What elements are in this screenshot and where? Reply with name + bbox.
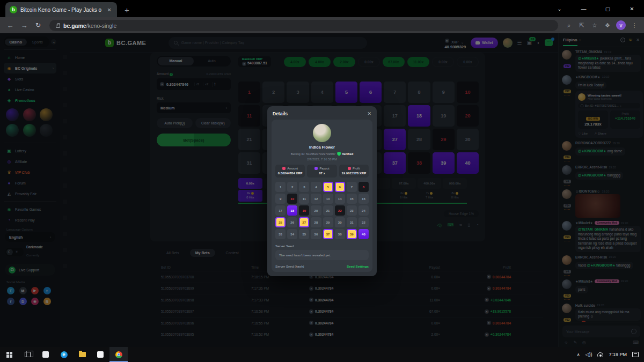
keno-tile-7[interactable]: 7 [384,82,406,103]
youtube-icon[interactable]: ▶ [31,287,39,294]
amount-input[interactable] [166,83,192,86]
share-button[interactable]: ↗ Share [594,131,606,135]
verified-badge[interactable]: Verified [337,152,353,156]
instagram-icon[interactable]: ◉ [31,298,39,305]
minimize-button[interactable]: — [572,0,596,17]
result-tile-17[interactable]: 17 [275,205,286,216]
recent-result-pill[interactable]: 0.00x [432,57,454,67]
browser-menu-icon[interactable]: ⋮ [629,22,640,29]
result-tile-31[interactable]: 31 [347,217,357,227]
sidebar-item-favorite-games[interactable]: ◉Favorite Games [4,204,56,215]
result-tile-38[interactable]: 38 [335,229,345,239]
cash-promo-icon[interactable] [23,124,36,137]
action-center-icon[interactable] [632,352,639,357]
risk-select[interactable]: Medium › [157,102,231,113]
result-tile-22[interactable]: 22 [335,205,345,216]
coins-promo-icon[interactable] [40,124,53,137]
keno-tile-5[interactable]: 5 [335,82,357,103]
clear-history-icon[interactable]: ▯ [468,223,470,227]
keno-tile-40[interactable]: 40 [457,152,479,174]
sidebar-item-lottery[interactable]: ▣Lottery [4,145,56,156]
result-tile-20[interactable]: 20 [311,205,321,216]
bet-row[interactable]: 510553070397036957:16:52 PM✕0.302447842.… [161,329,543,341]
taskbar-app-store[interactable] [36,347,55,362]
result-tile-32[interactable]: 32 [358,217,369,227]
chat-username[interactable]: Hulk suicide [575,304,595,307]
result-tile-7[interactable]: 7 [347,182,357,192]
browser-tab[interactable]: b Bitcoin Keno Game - Play Jacks o ✕ [5,2,117,17]
result-tile-40[interactable]: 40 [358,229,369,239]
result-tile-33[interactable]: 33 [275,229,286,239]
recent-result-pill[interactable]: 0.00x [358,57,380,67]
mode-tab-manual[interactable]: Manual [158,57,194,65]
result-tile-29[interactable]: 29 [323,217,333,227]
sidebar-item-home[interactable]: ⌂Home [4,52,56,63]
result-tile-10[interactable]: 10 [287,194,297,204]
sidebar-item-recent-play[interactable]: ◔Recent Play [4,215,56,225]
modal-close-icon[interactable]: ✕ [367,111,371,116]
chat-username[interactable]: ERROR_Accnt-Risk [575,165,607,169]
bet-row[interactable]: 510553070397036997:17:36 PM✕0.302447840.… [161,283,543,294]
result-tile-4[interactable]: 4 [311,182,321,192]
result-tile-16[interactable]: 16 [358,194,369,204]
result-tile-11[interactable]: 11 [299,194,309,204]
result-tile-25[interactable]: 25 [275,217,286,227]
bet-tab-all-bets[interactable]: All Bets [161,249,185,257]
keno-tile-6[interactable]: 6 [360,82,382,103]
facebook-icon[interactable]: f [7,298,14,305]
keno-tile-39[interactable]: 39 [433,152,455,174]
chat-username[interactable]: RORONOAZORRO777 [575,141,611,145]
keno-tile-1[interactable]: 1 [238,82,260,103]
chat-avatar[interactable] [562,221,572,231]
search-input[interactable] [181,41,362,45]
chat-username[interactable]: ★Mikulet★ [575,279,593,283]
sidebar-item-live-casino[interactable]: ♠Live Casino [4,84,56,95]
bet-row[interactable]: 510553070397036987:17:33 PM✕0.3024478411… [161,294,543,306]
taskbar-app-explorer[interactable] [73,347,91,362]
chat-avatar[interactable] [562,189,572,199]
recent-result-pill[interactable]: 4.00x [309,57,331,67]
maximize-button[interactable]: ▢ [596,0,620,17]
telegram-icon[interactable]: T [7,287,14,294]
result-tile-24[interactable]: 24 [358,205,369,216]
emoji-picker-icon[interactable]: ☺ [564,340,568,345]
share-icon[interactable]: ⇱ [576,22,587,29]
keno-tile-17[interactable]: 17 [384,105,406,127]
gift-icon[interactable]: ▣13 [527,40,532,46]
chat-close-icon[interactable]: ✕ [636,38,640,42]
bitcointalk-icon[interactable]: B [43,298,51,305]
taskbar-clock[interactable]: 7:19 PM [609,352,627,357]
keno-tile-8[interactable]: 8 [408,82,430,103]
spin-promo-icon[interactable] [6,108,19,121]
chat-username[interactable]: ERROR_Accnt-Risk [575,255,607,259]
sidebar-item-forum[interactable]: ●Forum [4,178,56,188]
recent-result-pill[interactable]: 2.00x [333,57,355,67]
zoom-icon[interactable]: ⌕ [564,22,574,29]
chat-toggle-icon[interactable] [545,39,553,46]
chat-pen-icon[interactable]: ✎ [574,340,577,345]
result-tile-35[interactable]: 35 [299,229,309,239]
keno-tile-10[interactable]: 10 [457,82,479,103]
chat-avatar[interactable] [562,141,572,151]
double-bet-button[interactable]: x2 [203,83,210,86]
result-tile-39[interactable]: 39 [347,229,357,239]
chat-username[interactable]: ☺IDONTCare☺ [575,189,600,193]
taskbar-app-edge[interactable]: e [55,347,73,362]
result-tile-18[interactable]: 18 [287,205,297,216]
chat-avatar[interactable] [562,304,572,313]
keno-tile-30[interactable]: 30 [457,129,479,150]
start-button[interactable] [0,347,18,362]
gif-icon[interactable]: ◎ [582,340,586,345]
keno-tile-21[interactable]: 21 [238,129,260,150]
result-tile-27[interactable]: 27 [299,217,309,227]
half-bet-button[interactable]: /2 [194,83,201,86]
result-tile-12[interactable]: 12 [311,194,321,204]
auto-pick-button[interactable]: Auto Pick(Q) [157,118,193,128]
keno-tile-19[interactable]: 19 [433,105,455,127]
chat-avatar[interactable] [562,165,572,175]
trophy-icon[interactable]: Ψ [629,38,633,42]
mode-tab-auto[interactable]: Auto [194,57,230,65]
result-tile-21[interactable]: 21 [323,205,333,216]
discord-icon[interactable]: D [19,298,27,305]
rain-icon[interactable] [631,329,636,334]
